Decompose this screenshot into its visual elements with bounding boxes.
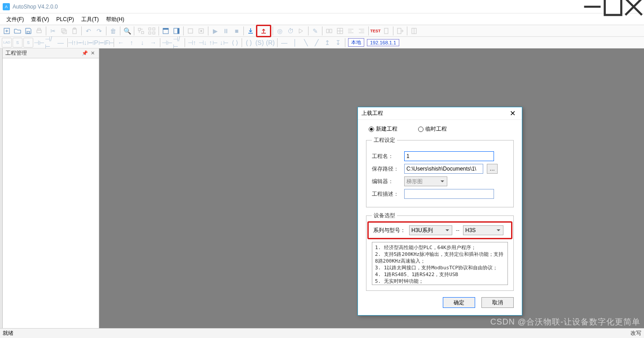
conn-local-tag[interactable]: 本地 (348, 38, 364, 47)
title-bar: A AutoShop V4.2.0.0 (0, 0, 644, 13)
down-icon[interactable]: ↓ (137, 38, 147, 48)
align1-icon[interactable] (346, 26, 356, 36)
compile-all-icon[interactable] (147, 26, 157, 36)
p3-icon[interactable]: ↑⊢ (208, 38, 218, 48)
hline-icon[interactable]: — (56, 38, 66, 48)
line-up-icon[interactable]: ↥ (322, 38, 332, 48)
line-d2-icon[interactable]: ╱ (312, 38, 322, 48)
sim1-icon[interactable] (185, 26, 195, 36)
line-v-icon[interactable]: │ (290, 38, 300, 48)
undo-icon[interactable]: ↶ (84, 26, 93, 36)
window-icon[interactable] (161, 26, 171, 36)
line-h-icon[interactable]: ― (279, 38, 289, 48)
out2-icon[interactable]: (S) (255, 38, 265, 48)
radio-temp-project[interactable]: 临时工程 (418, 125, 447, 133)
save-icon[interactable] (23, 26, 33, 36)
out1-icon[interactable]: ( ) (244, 38, 254, 48)
browse-button[interactable]: … (487, 164, 498, 174)
dialog-title: 上载工程 (362, 110, 383, 117)
radio-new-project[interactable]: 新建工程 (369, 125, 397, 133)
new-icon[interactable] (2, 26, 12, 36)
p5-icon[interactable]: ⟨ ⟩ (230, 38, 240, 48)
paste-icon[interactable] (70, 26, 79, 36)
monitor-icon[interactable]: ◎ (275, 26, 285, 36)
conn-ip-tag[interactable]: 192.168.1.1 (367, 39, 399, 46)
input-project-name[interactable] (404, 151, 494, 161)
window-right-icon[interactable] (172, 26, 181, 36)
contact-no-icon[interactable]: ⊣⊢ (34, 38, 44, 48)
clock-icon[interactable]: ⏱ (286, 26, 296, 36)
select-model[interactable]: H3S (463, 225, 503, 235)
open-icon[interactable] (13, 26, 22, 36)
svg-rect-16 (163, 28, 168, 30)
cancel-button[interactable]: 取消 (481, 297, 514, 308)
t1-icon[interactable] (324, 26, 334, 36)
svg-point-21 (200, 30, 202, 32)
svg-rect-25 (384, 28, 388, 34)
coil1-icon[interactable]: ⊣⊢ (162, 38, 172, 48)
copy-icon[interactable] (59, 26, 69, 36)
minimize-button[interactable] (582, 0, 603, 13)
s1-icon[interactable]: S (13, 38, 22, 48)
download-icon[interactable] (246, 26, 256, 36)
app-title: AutoShop V4.2.0.0 (13, 4, 58, 10)
print-icon[interactable] (34, 26, 44, 36)
menu-view[interactable]: 查看(V) (27, 13, 53, 25)
left-icon[interactable]: ← (116, 38, 126, 48)
coil2-icon[interactable]: ⊣/⊢ (173, 38, 183, 48)
input-description[interactable] (404, 189, 494, 199)
pause-icon[interactable]: ⏸ (221, 26, 231, 36)
edit-icon[interactable]: ✎ (310, 26, 320, 36)
select-series[interactable]: H3U系列 (409, 225, 452, 235)
lad-icon[interactable]: LAD (2, 38, 12, 48)
cut-icon[interactable]: ✂ (48, 26, 58, 36)
menu-help[interactable]: 帮助(H) (102, 13, 128, 25)
menu-file[interactable]: 文件(F) (3, 13, 27, 25)
search-icon[interactable]: 🔍 (122, 26, 132, 36)
right-icon[interactable]: → (148, 38, 158, 48)
doc-icon[interactable] (381, 26, 391, 36)
test-icon[interactable]: TEST (371, 26, 380, 36)
select-editor: 梯形图 (404, 176, 447, 186)
run-icon[interactable]: ▶ (210, 26, 220, 36)
ok-button[interactable]: 确定 (443, 297, 475, 308)
t2-icon[interactable] (335, 26, 345, 36)
project-panel-title: 工程管理 (5, 49, 27, 57)
project-panel: 工程管理 📌 ✕ (3, 48, 99, 328)
stop-icon[interactable]: ■ (232, 26, 242, 36)
s2-icon[interactable]: S (23, 38, 33, 48)
up-icon[interactable]: ↑ (127, 38, 137, 48)
upload-icon[interactable] (259, 26, 269, 36)
label-editor: 编辑器： (372, 178, 401, 185)
step-icon[interactable] (296, 26, 306, 36)
pin-icon[interactable]: 📌 (80, 50, 89, 56)
exit-icon[interactable] (395, 26, 405, 36)
p2-icon[interactable]: ⊣↓ (198, 38, 207, 48)
select-model-value: H3S (465, 227, 476, 233)
p1-icon[interactable]: ⊣↑ (187, 38, 197, 48)
delete-icon[interactable]: 🗑 (108, 26, 118, 36)
sim2-icon[interactable] (196, 26, 206, 36)
c4-icon[interactable]: ⊣F⊢ (102, 38, 112, 48)
maximize-button[interactable] (603, 0, 623, 13)
compile-icon[interactable] (136, 26, 146, 36)
book-icon[interactable] (409, 26, 419, 36)
dialog-close-icon[interactable]: ✕ (507, 108, 518, 119)
device-spec-box[interactable]: 1. 经济型高性能小型PLC，64K步用户程序； 2. 支持5路200KHz脉冲… (372, 242, 508, 285)
p4-icon[interactable]: ↓⊢ (219, 38, 229, 48)
line-down-icon[interactable]: ↧ (333, 38, 343, 48)
out3-icon[interactable]: (R) (265, 38, 275, 48)
redo-icon[interactable]: ↷ (94, 26, 104, 36)
close-button[interactable] (623, 0, 644, 13)
contact-nc-icon[interactable]: ⊣/⊢ (45, 38, 55, 48)
menu-tools[interactable]: 工具(T) (78, 13, 102, 25)
svg-rect-13 (149, 32, 151, 34)
line-d1-icon[interactable]: ╲ (301, 38, 311, 48)
upload-highlight (256, 25, 271, 37)
spec-line: 3. 1以路太网接口，支持ModbusTCP协议和自由协议； (375, 264, 505, 271)
project-tree[interactable] (3, 58, 99, 328)
menu-plc[interactable]: PLC(P) (53, 13, 77, 25)
panel-close-icon[interactable]: ✕ (89, 50, 96, 56)
align2-icon[interactable] (357, 26, 366, 36)
input-save-path[interactable] (404, 164, 483, 174)
